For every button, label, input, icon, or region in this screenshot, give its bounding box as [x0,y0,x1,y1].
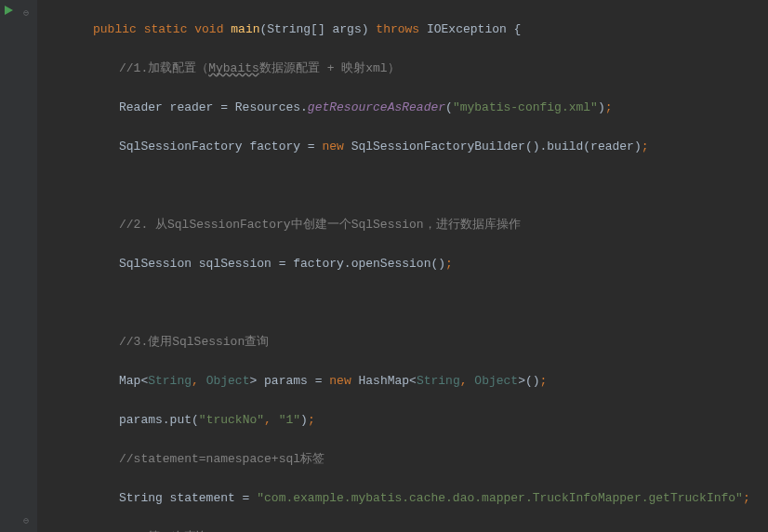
code-line: params.put("truckNo", "1"); [41,410,768,430]
code-line: String statement = "com.example.mybatis.… [41,488,768,508]
code-editor[interactable]: public static void main(String[] args) t… [37,0,768,532]
code-line: SqlSessionFactory factory = new SqlSessi… [41,137,768,156]
collapse-end-icon[interactable]: ⊖ [23,512,34,523]
code-line: //2. 从SqlSessionFactory中创建一个SqlSession，进… [41,215,768,234]
code-line [41,293,768,313]
run-icon[interactable] [3,5,14,16]
editor-gutter: ⊖ ⊖ [0,0,37,532]
code-line: Reader reader = Resources.getResourceAsR… [41,98,768,117]
svg-marker-0 [5,6,13,15]
code-line: //3.使用SqlSession查询 [41,332,768,352]
code-line: //a.第一次查询 [41,527,768,532]
code-line: SqlSession sqlSession = factory.openSess… [41,254,768,273]
collapse-icon[interactable]: ⊖ [23,4,34,15]
code-line: //statement=namespace+sql标签 [41,449,768,469]
code-line: Map<String, Object> params = new HashMap… [41,371,768,391]
code-line [41,176,768,195]
code-line: public static void main(String[] args) t… [41,20,768,39]
code-line: //1.加载配置（Mybaits数据源配置 + 映射xml） [41,59,768,78]
